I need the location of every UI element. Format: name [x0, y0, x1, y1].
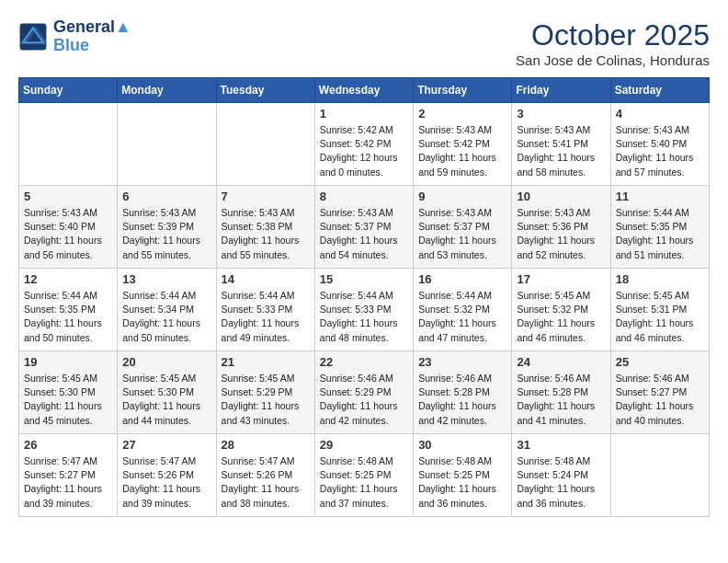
day-number: 10 [517, 190, 605, 203]
calendar-cell: 15Sunrise: 5:44 AM Sunset: 5:33 PM Dayli… [314, 269, 413, 351]
day-info: Sunrise: 5:42 AM Sunset: 5:42 PM Dayligh… [320, 123, 408, 179]
day-info: Sunrise: 5:43 AM Sunset: 5:37 PM Dayligh… [320, 206, 408, 262]
day-info: Sunrise: 5:44 AM Sunset: 5:33 PM Dayligh… [320, 289, 408, 345]
day-number: 26 [24, 438, 112, 452]
page-header: General▲ Blue October 2025 San Jose de C… [18, 18, 710, 68]
day-number: 11 [616, 190, 704, 203]
calendar-cell: 6Sunrise: 5:43 AM Sunset: 5:39 PM Daylig… [118, 186, 216, 269]
day-info: Sunrise: 5:44 AM Sunset: 5:32 PM Dayligh… [418, 289, 506, 345]
calendar-cell: 17Sunrise: 5:45 AM Sunset: 5:32 PM Dayli… [512, 269, 610, 351]
column-header-saturday: Saturday [610, 78, 709, 103]
calendar-cell: 11Sunrise: 5:44 AM Sunset: 5:35 PM Dayli… [610, 186, 709, 269]
calendar-cell: 22Sunrise: 5:46 AM Sunset: 5:29 PM Dayli… [314, 351, 413, 434]
day-info: Sunrise: 5:48 AM Sunset: 5:24 PM Dayligh… [517, 454, 605, 511]
calendar-cell: 1Sunrise: 5:42 AM Sunset: 5:42 PM Daylig… [314, 103, 413, 186]
day-info: Sunrise: 5:43 AM Sunset: 5:36 PM Dayligh… [517, 206, 605, 262]
day-number: 19 [24, 355, 112, 369]
day-info: Sunrise: 5:43 AM Sunset: 5:42 PM Dayligh… [418, 123, 506, 179]
title-block: October 2025 San Jose de Colinas, Hondur… [516, 18, 710, 68]
day-number: 8 [320, 190, 408, 203]
week-row-3: 12Sunrise: 5:44 AM Sunset: 5:35 PM Dayli… [19, 269, 710, 351]
week-row-1: 1Sunrise: 5:42 AM Sunset: 5:42 PM Daylig… [19, 103, 710, 186]
day-info: Sunrise: 5:48 AM Sunset: 5:25 PM Dayligh… [418, 454, 506, 511]
day-info: Sunrise: 5:43 AM Sunset: 5:40 PM Dayligh… [24, 206, 112, 262]
calendar-cell: 21Sunrise: 5:45 AM Sunset: 5:29 PM Dayli… [216, 351, 314, 434]
calendar-body: 1Sunrise: 5:42 AM Sunset: 5:42 PM Daylig… [19, 103, 710, 517]
day-info: Sunrise: 5:46 AM Sunset: 5:28 PM Dayligh… [418, 372, 506, 428]
calendar-cell: 16Sunrise: 5:44 AM Sunset: 5:32 PM Dayli… [414, 269, 512, 351]
calendar-cell: 12Sunrise: 5:44 AM Sunset: 5:35 PM Dayli… [19, 269, 118, 351]
day-number: 29 [320, 438, 408, 452]
day-number: 2 [418, 107, 506, 121]
day-number: 16 [418, 272, 506, 286]
calendar-cell: 25Sunrise: 5:46 AM Sunset: 5:27 PM Dayli… [610, 351, 709, 434]
day-info: Sunrise: 5:43 AM Sunset: 5:37 PM Dayligh… [418, 206, 506, 262]
week-row-5: 26Sunrise: 5:47 AM Sunset: 5:27 PM Dayli… [19, 434, 710, 517]
calendar-cell: 19Sunrise: 5:45 AM Sunset: 5:30 PM Dayli… [19, 351, 118, 434]
calendar-cell: 13Sunrise: 5:44 AM Sunset: 5:34 PM Dayli… [118, 269, 216, 351]
calendar-cell: 10Sunrise: 5:43 AM Sunset: 5:36 PM Dayli… [512, 186, 610, 269]
day-info: Sunrise: 5:48 AM Sunset: 5:25 PM Dayligh… [320, 454, 408, 511]
day-info: Sunrise: 5:44 AM Sunset: 5:35 PM Dayligh… [24, 289, 112, 345]
column-header-monday: Monday [118, 78, 216, 103]
day-number: 6 [122, 190, 210, 203]
calendar-cell: 24Sunrise: 5:46 AM Sunset: 5:28 PM Dayli… [512, 351, 610, 434]
calendar-cell: 2Sunrise: 5:43 AM Sunset: 5:42 PM Daylig… [414, 103, 512, 186]
calendar-cell: 30Sunrise: 5:48 AM Sunset: 5:25 PM Dayli… [414, 434, 512, 517]
calendar-cell: 7Sunrise: 5:43 AM Sunset: 5:38 PM Daylig… [216, 186, 314, 269]
day-number: 15 [320, 272, 408, 286]
day-number: 12 [24, 272, 112, 286]
week-row-2: 5Sunrise: 5:43 AM Sunset: 5:40 PM Daylig… [19, 186, 710, 269]
day-number: 23 [418, 355, 506, 369]
day-info: Sunrise: 5:43 AM Sunset: 5:38 PM Dayligh… [222, 206, 310, 262]
week-row-4: 19Sunrise: 5:45 AM Sunset: 5:30 PM Dayli… [19, 351, 710, 434]
day-info: Sunrise: 5:46 AM Sunset: 5:27 PM Dayligh… [616, 372, 704, 428]
calendar-cell: 14Sunrise: 5:44 AM Sunset: 5:33 PM Dayli… [216, 269, 314, 351]
day-number: 30 [418, 438, 506, 452]
day-info: Sunrise: 5:44 AM Sunset: 5:33 PM Dayligh… [222, 289, 310, 345]
calendar-cell: 5Sunrise: 5:43 AM Sunset: 5:40 PM Daylig… [19, 186, 118, 269]
day-number: 18 [616, 272, 704, 286]
day-info: Sunrise: 5:45 AM Sunset: 5:31 PM Dayligh… [616, 289, 704, 345]
day-info: Sunrise: 5:45 AM Sunset: 5:30 PM Dayligh… [24, 372, 112, 428]
column-header-tuesday: Tuesday [216, 78, 314, 103]
day-number: 3 [517, 107, 605, 121]
calendar-cell: 29Sunrise: 5:48 AM Sunset: 5:25 PM Dayli… [314, 434, 413, 517]
day-info: Sunrise: 5:43 AM Sunset: 5:41 PM Dayligh… [517, 123, 605, 179]
day-info: Sunrise: 5:46 AM Sunset: 5:29 PM Dayligh… [320, 372, 408, 428]
day-number: 7 [222, 190, 310, 203]
column-header-wednesday: Wednesday [314, 78, 413, 103]
day-number: 24 [517, 355, 605, 369]
day-number: 21 [222, 355, 310, 369]
day-info: Sunrise: 5:44 AM Sunset: 5:34 PM Dayligh… [122, 289, 210, 345]
column-header-sunday: Sunday [19, 78, 118, 103]
calendar-cell: 26Sunrise: 5:47 AM Sunset: 5:27 PM Dayli… [19, 434, 118, 517]
day-number: 1 [320, 107, 408, 121]
logo: General▲ Blue [18, 18, 131, 55]
day-number: 5 [24, 190, 112, 203]
month-title: October 2025 [516, 18, 710, 52]
logo-text: General▲ Blue [53, 18, 131, 55]
calendar-cell: 28Sunrise: 5:47 AM Sunset: 5:26 PM Dayli… [216, 434, 314, 517]
day-info: Sunrise: 5:43 AM Sunset: 5:40 PM Dayligh… [616, 123, 704, 179]
column-header-thursday: Thursday [414, 78, 512, 103]
calendar-cell: 18Sunrise: 5:45 AM Sunset: 5:31 PM Dayli… [610, 269, 709, 351]
day-info: Sunrise: 5:44 AM Sunset: 5:35 PM Dayligh… [616, 206, 704, 262]
calendar-cell: 23Sunrise: 5:46 AM Sunset: 5:28 PM Dayli… [414, 351, 512, 434]
calendar-cell: 8Sunrise: 5:43 AM Sunset: 5:37 PM Daylig… [314, 186, 413, 269]
day-info: Sunrise: 5:46 AM Sunset: 5:28 PM Dayligh… [517, 372, 605, 428]
day-number: 9 [418, 190, 506, 203]
calendar-cell [216, 103, 314, 186]
day-number: 25 [616, 355, 704, 369]
day-number: 31 [517, 438, 605, 452]
day-number: 14 [222, 272, 310, 286]
day-info: Sunrise: 5:45 AM Sunset: 5:30 PM Dayligh… [122, 372, 210, 428]
calendar-cell [610, 434, 709, 517]
calendar-table: SundayMondayTuesdayWednesdayThursdayFrid… [18, 77, 710, 517]
day-number: 4 [616, 107, 704, 121]
calendar-header: SundayMondayTuesdayWednesdayThursdayFrid… [19, 78, 710, 103]
day-info: Sunrise: 5:45 AM Sunset: 5:32 PM Dayligh… [517, 289, 605, 345]
calendar-cell: 3Sunrise: 5:43 AM Sunset: 5:41 PM Daylig… [512, 103, 610, 186]
calendar-cell: 20Sunrise: 5:45 AM Sunset: 5:30 PM Dayli… [118, 351, 216, 434]
calendar-cell: 4Sunrise: 5:43 AM Sunset: 5:40 PM Daylig… [610, 103, 709, 186]
